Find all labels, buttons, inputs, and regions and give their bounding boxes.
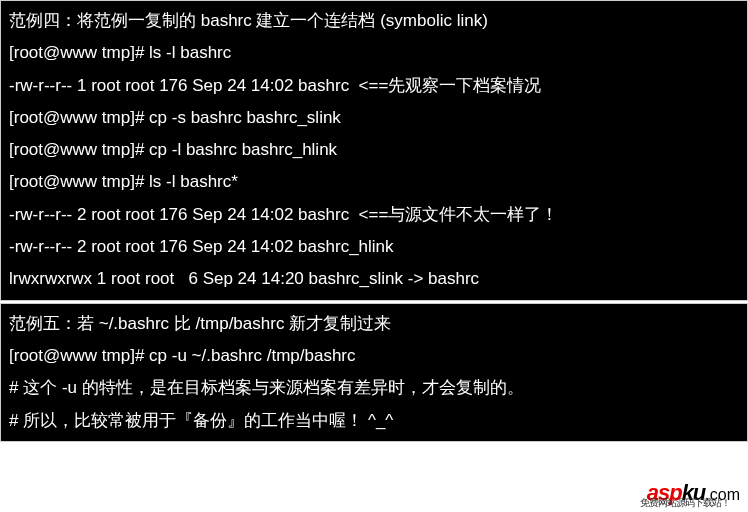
terminal-line: [root@www tmp]# ls -l bashrc* (9, 166, 739, 198)
terminal-line: -rw-r--r-- 1 root root 176 Sep 24 14:02 … (9, 70, 739, 102)
watermark-tagline: 免费网站源码下载站！ (640, 496, 730, 510)
terminal-line: [root@www tmp]# ls -l bashrc (9, 37, 739, 69)
terminal-line: -rw-r--r-- 2 root root 176 Sep 24 14:02 … (9, 199, 739, 231)
terminal-line: [root@www tmp]# cp -s bashrc bashrc_slin… (9, 102, 739, 134)
terminal-line: lrwxrwxrwx 1 root root 6 Sep 24 14:20 ba… (9, 263, 739, 295)
watermark-logo: aspku.com 免费网站源码下载站！ (647, 480, 740, 506)
terminal-line: 范例四：将范例一复制的 bashrc 建立一个连结档 (symbolic lin… (9, 5, 739, 37)
terminal-line: [root@www tmp]# cp -u ~/.bashrc /tmp/bas… (9, 340, 739, 372)
terminal-line: -rw-r--r-- 2 root root 176 Sep 24 14:02 … (9, 231, 739, 263)
terminal-line: 范例五：若 ~/.bashrc 比 /tmp/bashrc 新才复制过来 (9, 308, 739, 340)
terminal-line: [root@www tmp]# cp -l bashrc bashrc_hlin… (9, 134, 739, 166)
terminal-block-2: 范例五：若 ~/.bashrc 比 /tmp/bashrc 新才复制过来 [ro… (0, 303, 748, 442)
terminal-line: # 所以，比较常被用于『备份』的工作当中喔！ ^_^ (9, 405, 739, 437)
terminal-line: # 这个 -u 的特性，是在目标档案与来源档案有差异时，才会复制的。 (9, 372, 739, 404)
terminal-block-1: 范例四：将范例一复制的 bashrc 建立一个连结档 (symbolic lin… (0, 0, 748, 301)
